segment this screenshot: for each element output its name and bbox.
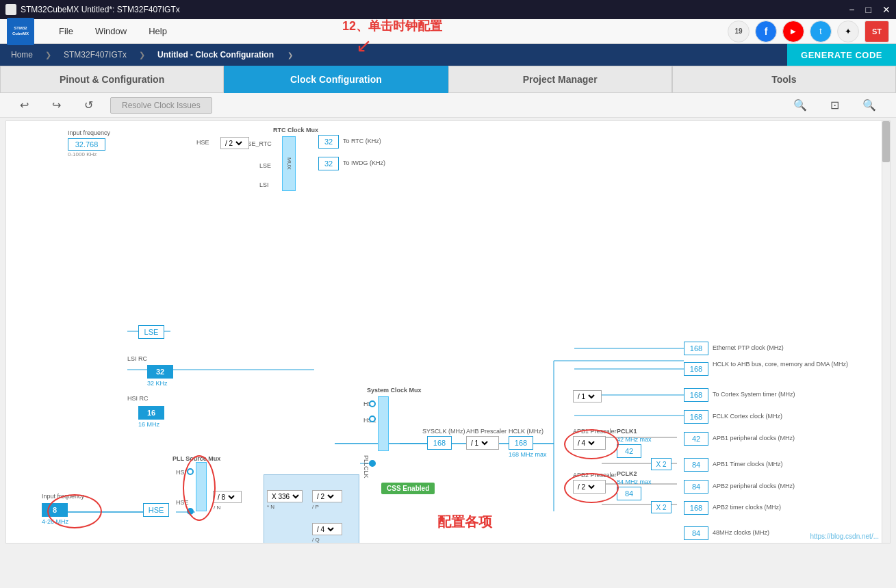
48mhz-value[interactable]: 84 <box>684 526 708 540</box>
title-text: STM32CubeMX Untitled*: STM32F407IGTx <box>21 5 180 14</box>
youtube-icon[interactable]: ▶ <box>782 21 804 42</box>
radio-hsi-pll[interactable] <box>187 468 194 475</box>
sys-mux-body[interactable] <box>378 396 389 451</box>
window-menu[interactable]: Window <box>84 22 138 40</box>
input-freq1-value[interactable]: 32.768 <box>68 138 105 151</box>
x2-apb2-box[interactable]: X 2 <box>651 501 671 513</box>
rtc-mux-body[interactable]: MUX <box>282 136 296 191</box>
st-logo[interactable]: ST <box>865 21 889 42</box>
radio-hse-pll[interactable] <box>187 508 194 515</box>
input-freq2-value[interactable]: 8 <box>42 503 68 517</box>
scroll-thumb[interactable] <box>882 121 890 162</box>
apb2-timer-label: APB2 timer clocks (MHz) <box>713 504 781 511</box>
apb1-periph-value[interactable]: 42 <box>684 432 708 446</box>
pll-source-mux-body[interactable] <box>196 462 207 511</box>
fit-screen-btn[interactable]: ⊡ <box>824 95 845 115</box>
cortex-div-select[interactable]: / 1 <box>573 390 602 402</box>
radio-hse-sys[interactable] <box>369 416 376 422</box>
maximize-btn[interactable]: □ <box>866 4 871 15</box>
pll-n-div-select[interactable]: / 8 <box>213 491 242 503</box>
twitter-icon[interactable]: t <box>810 21 832 42</box>
apb1-timer-value[interactable]: 84 <box>684 458 708 472</box>
apb1-div-dropdown[interactable]: / 4 <box>575 439 597 448</box>
x2-apb1-box[interactable]: X 2 <box>651 458 671 470</box>
menu-bar: STM32CubeMX File Window Help 12、单击时钟配置 ↙… <box>0 19 896 44</box>
nav-clock-config[interactable]: Untitled - Clock Configuration <box>146 44 285 66</box>
scroll-bar[interactable] <box>882 121 890 543</box>
hsi-sub: 16 MHz <box>138 421 159 428</box>
nav-home[interactable]: Home <box>0 44 44 66</box>
to-iwdg-value[interactable]: 32 <box>318 157 339 170</box>
clock-diagram: Input frequency 32.768 0-1000 KHz LSE RT… <box>5 120 891 544</box>
tab-project[interactable]: Project Manager <box>448 66 672 93</box>
redo-btn[interactable]: ↪ <box>46 95 67 115</box>
pclk2-label: PCLK2 <box>617 470 637 477</box>
pll-q-div-select[interactable]: / 4 <box>312 523 342 535</box>
main-pll-box: X 336 * N / 2 / P / 4 / Q <box>264 474 359 544</box>
undo-btn[interactable]: ↩ <box>14 95 35 115</box>
sysclk-label: SYSCLK (MHz) <box>422 428 465 435</box>
nav-sep2: ❯ <box>139 51 145 60</box>
pll-p-div-select[interactable]: / 2 <box>312 490 342 502</box>
zoom-in-btn[interactable]: 🔍 <box>787 95 813 115</box>
network-icon[interactable]: ✦ <box>837 21 859 42</box>
pll-x-mult-select[interactable]: X 336 <box>267 490 303 502</box>
nav-device[interactable]: STM32F407IGTx <box>53 44 138 66</box>
pll-n-label: / N <box>214 504 220 511</box>
apb1-prescaler-select[interactable]: / 4 <box>573 436 606 450</box>
input-freq1-label: Input frequency <box>68 129 110 136</box>
48mhz-label: 48MHz clocks (MHz) <box>713 529 769 536</box>
cortex-value[interactable]: 168 <box>684 388 708 402</box>
icon-19[interactable]: 19 <box>728 21 750 42</box>
radio-pll-sys[interactable] <box>369 460 376 467</box>
hse-rtc-div-dropdown[interactable]: / 2 <box>222 139 244 148</box>
hclk-value[interactable]: 168 <box>509 436 533 450</box>
cortex-div-dropdown[interactable]: / 1 <box>575 392 597 401</box>
apb2-prescaler-select[interactable]: / 2 <box>573 480 606 494</box>
pclk1-value[interactable]: 42 <box>617 444 641 458</box>
hse-box[interactable]: HSE <box>143 503 169 517</box>
sysclk-value[interactable]: 168 <box>427 436 452 450</box>
apb2-prescaler-label: APB2 Prescaler <box>573 472 617 478</box>
close-btn[interactable]: ✕ <box>882 4 891 15</box>
to-rtc-value[interactable]: 32 <box>318 135 339 149</box>
minimize-btn[interactable]: − <box>849 4 854 15</box>
eth-ptp-value[interactable]: 168 <box>684 342 708 355</box>
reset-btn[interactable]: ↺ <box>78 95 99 115</box>
pll-x-dropdown[interactable]: X 336 <box>269 492 301 501</box>
apb2-timer-value[interactable]: 168 <box>684 501 708 515</box>
ahb-prescaler-label: AHB Prescaler <box>466 428 507 435</box>
pll-q-dropdown[interactable]: / 4 <box>314 525 336 534</box>
resolve-clock-btn[interactable]: Resolve Clock Issues <box>110 97 212 114</box>
cortex-label: To Cortex System timer (MHz) <box>713 391 795 398</box>
apb2-periph-value[interactable]: 84 <box>684 480 708 494</box>
pll-p-dropdown[interactable]: / 2 <box>314 492 336 501</box>
ahb-prescaler-select[interactable]: / 1 <box>466 436 499 450</box>
generate-code-btn[interactable]: GENERATE CODE <box>787 44 896 66</box>
pclk2-value[interactable]: 84 <box>617 487 641 500</box>
radio-hsi-sys[interactable] <box>369 400 376 407</box>
hclk-ahb-value[interactable]: 168 <box>684 362 708 376</box>
tab-pinout[interactable]: Pinout & Configuration <box>0 66 224 93</box>
zoom-out-btn[interactable]: 🔍 <box>856 95 882 115</box>
tab-clock[interactable]: Clock Configuration <box>224 66 448 93</box>
title-bar: STM32CubeMX Untitled*: STM32F407IGTx − □… <box>0 0 896 19</box>
tab-tools[interactable]: Tools <box>672 66 896 93</box>
hsi-value-box[interactable]: 16 <box>138 406 164 420</box>
fclk-value[interactable]: 168 <box>684 410 708 424</box>
config-annotation: 配置各项 <box>437 513 492 531</box>
lsi-value-box[interactable]: 32 <box>147 365 173 379</box>
toolbar: ↩ ↪ ↺ Resolve Clock Issues 🔍 ⊡ 🔍 <box>0 93 896 118</box>
file-menu[interactable]: File <box>48 22 84 40</box>
lse-box[interactable]: LSE <box>138 325 164 339</box>
ahb-div-dropdown[interactable]: / 1 <box>468 439 490 448</box>
nav-sep1: ❯ <box>45 51 51 60</box>
hse-rtc-div-select[interactable]: / 2 <box>220 137 249 149</box>
help-menu[interactable]: Help <box>138 22 178 40</box>
lsi-sub: 32 KHz <box>147 380 168 387</box>
facebook-icon[interactable]: f <box>755 21 777 42</box>
css-enabled-box[interactable]: CSS Enabled <box>381 483 435 494</box>
apb2-div-dropdown[interactable]: / 2 <box>575 483 597 491</box>
pll-n-dropdown[interactable]: / 8 <box>215 493 237 502</box>
lsi-rc-label: LSI RC <box>127 355 147 362</box>
